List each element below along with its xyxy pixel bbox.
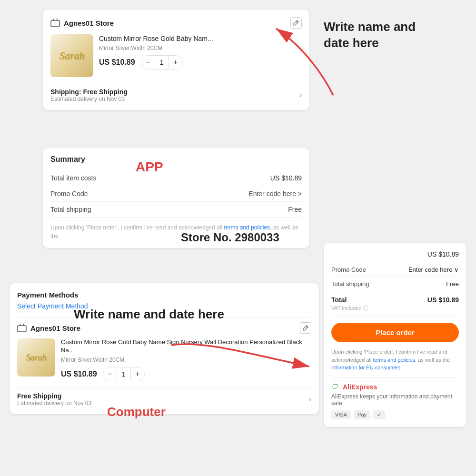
- place-order-button[interactable]: Place order: [331, 323, 459, 342]
- order-total-row: Total VAT included ⓘ US $10.89: [331, 291, 459, 317]
- promo-value[interactable]: Enter code here >: [248, 190, 302, 198]
- aliexpress-row: 🛡 AliExpress: [331, 377, 459, 391]
- aliexpress-name: AliExpress: [343, 383, 377, 391]
- shipping2-label: Free Shipping: [17, 392, 91, 400]
- qty2-control[interactable]: − 1 +: [103, 367, 145, 381]
- order-shipping-label: Total shipping: [331, 280, 369, 288]
- promo-row[interactable]: Promo Code Enter code here >: [50, 186, 302, 202]
- aliexpress-safe: AliExpress keeps your information and pa…: [331, 393, 459, 407]
- vat-text: VAT included ⓘ: [331, 305, 368, 312]
- store-name-row: Agnes01 Store: [50, 19, 114, 27]
- order-summary-item-total: US $10.89: [331, 250, 459, 258]
- qty-value: 1: [155, 57, 169, 68]
- summary-title: Summary: [50, 155, 302, 164]
- qty-control[interactable]: − 1 +: [141, 55, 183, 69]
- shipping-summary-label: Total shipping: [50, 206, 91, 213]
- product2-image: Sarah: [17, 338, 55, 377]
- store2-icon: [17, 324, 27, 332]
- qty2-value: 1: [117, 368, 131, 380]
- shield-icon: 🛡: [331, 383, 339, 391]
- payment-icons: VISA Pay ✓: [331, 410, 459, 419]
- product-image: Sarah: [50, 34, 93, 77]
- order-total-value: US $10.89: [427, 296, 459, 304]
- shipping2-info: Free Shipping Estimated delivery on Nov …: [17, 392, 91, 407]
- qty-increase-button[interactable]: +: [169, 56, 182, 69]
- svg-line-5: [306, 327, 307, 328]
- store-name: Agnes01 Store: [64, 19, 114, 27]
- order-summary-card: US $10.89 Promo Code Enter code here ∨ T…: [324, 243, 466, 427]
- shipping-label: Shipping: Free Shipping: [50, 88, 128, 96]
- arrow-top: [248, 10, 343, 105]
- order-total-label: Total: [331, 296, 368, 304]
- order-terms-link2[interactable]: information for EU consumers: [331, 365, 401, 370]
- visa-icon: VISA: [331, 410, 351, 419]
- order-terms: Upon clicking 'Place order', I confirm I…: [331, 348, 459, 372]
- shipping2-arrow-icon: ›: [309, 395, 311, 404]
- shipping2-detail: Estimated delivery on Nov 03: [17, 400, 91, 407]
- terms-link[interactable]: terms and policies: [224, 224, 270, 231]
- product2-price: US $10.89: [61, 370, 97, 378]
- qty2-increase-button[interactable]: +: [131, 367, 144, 381]
- payment-title: Payment Methods: [17, 291, 311, 299]
- svg-rect-0: [51, 20, 60, 27]
- arrow-bottom: [167, 331, 319, 378]
- shipping-summary-row: Total shipping Free: [50, 202, 302, 218]
- total-item-label: Total item costs: [50, 174, 96, 182]
- order-promo-label: Promo Code: [331, 266, 366, 273]
- terms-before: Upon clicking 'Place order', I confirm I…: [50, 224, 224, 231]
- product-image-text: Sarah: [60, 50, 85, 62]
- order-promo-value[interactable]: Enter code here ∨: [408, 266, 459, 273]
- shipping-summary-value: Free: [288, 206, 302, 213]
- product-price: US $10.89: [99, 58, 135, 67]
- write-name-annotation-bottom: Write name and date here: [74, 307, 224, 322]
- order-shipping-value: Free: [446, 280, 459, 288]
- aliexpress-info: AliExpress: [343, 383, 377, 391]
- qty-decrease-button[interactable]: −: [141, 56, 155, 69]
- order-promo-row[interactable]: Promo Code Enter code here ∨: [331, 263, 459, 277]
- store-no-label: Store No. 2980033: [181, 231, 279, 244]
- store-icon: [50, 19, 60, 27]
- product2-image-text: Sarah: [26, 353, 46, 363]
- pay-icon: Pay: [354, 410, 370, 419]
- qty2-decrease-button[interactable]: −: [103, 367, 117, 381]
- order-terms-text2: , as well as the: [415, 357, 450, 363]
- promo-label: Promo Code: [50, 190, 88, 198]
- computer-annotation-label: Computer: [107, 405, 166, 419]
- order-total-left: Total VAT included ⓘ: [331, 296, 368, 312]
- svg-rect-4: [18, 326, 26, 332]
- shipping-info: Shipping: Free Shipping Estimated delive…: [50, 88, 128, 102]
- check-icon: ✓: [373, 410, 385, 419]
- order-terms-link1[interactable]: terms and policies: [373, 357, 415, 363]
- store2-name: Agnes01 Store: [30, 324, 80, 332]
- app-annotation-label: APP: [136, 159, 163, 175]
- total-item-row: Total item costs US $10.89: [50, 170, 302, 186]
- shipping2-row[interactable]: Free Shipping Estimated delivery on Nov …: [17, 387, 311, 407]
- total-item-value: US $10.89: [270, 174, 302, 182]
- order-shipping-row: Total shipping Free: [331, 277, 459, 291]
- shipping-detail: Estimated delivery on Nov 03: [50, 96, 128, 102]
- store2-name-row: Agnes01 Store: [17, 324, 80, 332]
